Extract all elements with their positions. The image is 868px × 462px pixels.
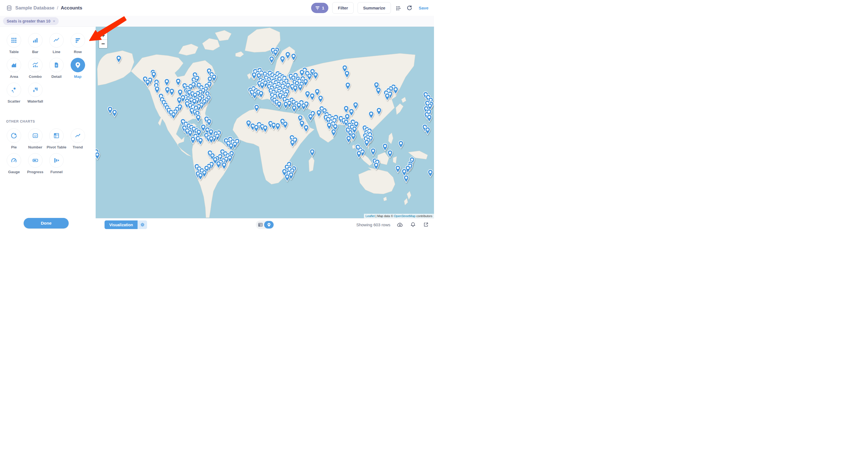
map-marker[interactable]	[309, 93, 315, 101]
map-marker[interactable]	[373, 162, 379, 171]
map-marker[interactable]	[198, 137, 204, 146]
map-marker[interactable]	[262, 125, 268, 133]
map-marker[interactable]	[376, 87, 381, 95]
map-marker[interactable]	[164, 79, 169, 87]
viz-type-detail[interactable]: Detail	[46, 58, 67, 83]
map-marker[interactable]	[368, 111, 374, 119]
openstreetmap-link[interactable]: OpenStreetMap	[394, 214, 416, 218]
map-marker[interactable]	[344, 70, 350, 79]
viz-type-pivot-table[interactable]: Pivot Table	[46, 128, 67, 153]
map-marker[interactable]	[316, 110, 322, 118]
viz-type-pie[interactable]: Pie	[3, 128, 25, 153]
map-marker[interactable]	[269, 56, 274, 64]
filter-button[interactable]: Filter	[332, 2, 354, 13]
map-marker[interactable]	[276, 101, 282, 109]
viz-type-area[interactable]: Area	[3, 58, 25, 83]
leaflet-link[interactable]: Leaflet	[366, 214, 375, 218]
map-marker[interactable]	[254, 104, 260, 113]
map-view-button[interactable]	[264, 221, 274, 228]
summarize-button[interactable]: Summarize	[358, 2, 391, 13]
map-marker[interactable]	[258, 90, 264, 99]
viz-type-number[interactable]: 12 Number	[25, 128, 46, 153]
save-button[interactable]: Save	[419, 5, 428, 10]
map-marker[interactable]	[290, 53, 297, 61]
table-view-button[interactable]	[256, 222, 265, 227]
map-marker[interactable]	[346, 135, 352, 144]
visualization-button[interactable]: Visualization	[104, 220, 137, 229]
viz-type-bar[interactable]: Bar	[25, 33, 46, 58]
map-marker[interactable]	[301, 102, 307, 111]
map-marker[interactable]	[395, 165, 401, 174]
map-marker[interactable]	[215, 161, 221, 169]
map-marker[interactable]	[364, 139, 370, 148]
map-marker[interactable]	[356, 150, 362, 159]
map-marker[interactable]	[145, 79, 151, 87]
map-marker[interactable]	[116, 55, 122, 63]
map-marker[interactable]	[318, 95, 323, 103]
map-marker[interactable]	[298, 84, 303, 92]
viz-type-gauge[interactable]: Gauge	[3, 153, 25, 178]
map-marker[interactable]	[190, 136, 196, 145]
map-marker[interactable]	[175, 78, 181, 87]
filter-chip[interactable]: Seats is greater than 10 ×	[3, 17, 59, 25]
viz-type-funnel[interactable]: Funnel	[46, 153, 67, 178]
viz-type-line[interactable]: Line	[46, 33, 67, 58]
map-marker[interactable]	[292, 85, 298, 93]
refresh-icon[interactable]	[406, 4, 413, 12]
map-marker[interactable]	[279, 56, 285, 64]
map-marker[interactable]	[96, 152, 100, 160]
breadcrumb-database[interactable]: Sample Database	[15, 5, 55, 11]
map-marker[interactable]	[387, 150, 393, 158]
remove-filter-icon[interactable]: ×	[53, 19, 55, 23]
map-marker[interactable]	[303, 125, 309, 133]
map-marker[interactable]	[370, 148, 376, 156]
editor-toggle-icon[interactable]	[395, 4, 402, 12]
filter-chip-label[interactable]: Seats is greater than 10	[7, 19, 50, 23]
map-marker[interactable]	[426, 114, 432, 123]
active-filter-count-pill[interactable]: 1	[311, 3, 328, 13]
map-marker[interactable]	[282, 121, 288, 129]
viz-type-combo[interactable]: Combo	[25, 58, 46, 83]
map-marker[interactable]	[376, 107, 382, 116]
map-marker[interactable]	[345, 82, 350, 90]
map-marker[interactable]	[291, 105, 297, 113]
expand-icon[interactable]	[422, 221, 430, 228]
map-marker[interactable]	[427, 169, 433, 178]
viz-type-scatter[interactable]: Scatter	[3, 83, 25, 107]
map-canvas[interactable]: + − Leaflet | Map data © OpenStreetMap c…	[96, 27, 434, 218]
map-marker[interactable]	[209, 136, 214, 144]
breadcrumb-table[interactable]: Accounts	[61, 5, 82, 11]
viz-type-progress[interactable]: Progress	[25, 153, 46, 178]
map-marker[interactable]	[195, 114, 201, 123]
viz-type-row[interactable]: Row	[67, 33, 89, 58]
zoom-out-button[interactable]: −	[99, 40, 107, 48]
viz-type-waterfall[interactable]: Waterfall	[25, 83, 46, 107]
map-marker[interactable]	[343, 105, 349, 114]
map-marker[interactable]	[308, 114, 313, 122]
map-marker[interactable]	[206, 118, 212, 127]
map-marker[interactable]	[309, 149, 315, 157]
map-marker[interactable]	[393, 87, 399, 95]
zoom-in-button[interactable]: +	[99, 31, 107, 40]
viz-type-trend[interactable]: Trend	[67, 128, 89, 153]
map-marker[interactable]	[275, 123, 281, 131]
bell-icon[interactable]	[409, 221, 416, 228]
map-marker[interactable]	[198, 172, 204, 181]
map-marker[interactable]	[331, 129, 336, 137]
viz-type-table[interactable]: Table	[3, 33, 25, 58]
map-marker[interactable]	[254, 124, 259, 132]
map-marker[interactable]	[112, 109, 118, 118]
map-marker[interactable]	[403, 175, 409, 183]
done-button[interactable]: Done	[24, 218, 69, 228]
map-marker[interactable]	[252, 91, 257, 100]
download-icon[interactable]	[396, 221, 403, 228]
map-marker[interactable]	[398, 141, 404, 149]
map-marker[interactable]	[170, 112, 176, 120]
map-marker[interactable]	[221, 162, 227, 170]
map-marker[interactable]	[284, 174, 290, 182]
map-marker[interactable]	[169, 88, 175, 96]
visualization-settings-button[interactable]	[138, 220, 147, 229]
map-marker[interactable]	[285, 52, 291, 60]
map-marker[interactable]	[384, 93, 390, 101]
map-marker[interactable]	[425, 127, 430, 135]
